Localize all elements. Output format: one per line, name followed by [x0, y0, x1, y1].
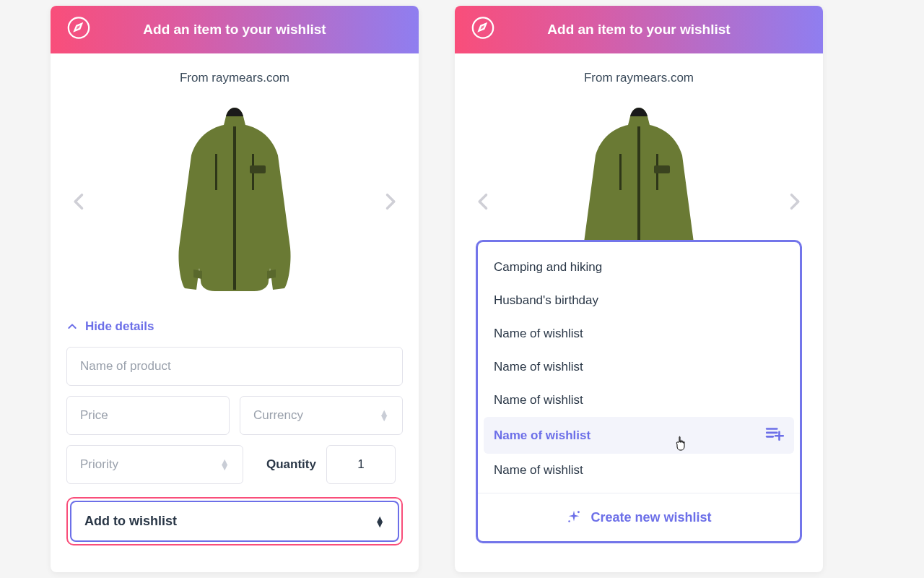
wishlist-option[interactable]: Name of wishlist: [484, 317, 794, 350]
pointer-cursor-icon: [674, 435, 689, 456]
product-image: [95, 97, 374, 306]
svg-rect-2: [233, 126, 236, 290]
source-label: From raymears.com: [51, 53, 419, 90]
wishlist-options-list[interactable]: Camping and hikingHusband's birthdayName…: [478, 242, 800, 493]
hide-details-label: Hide details: [85, 319, 154, 334]
create-new-wishlist-button[interactable]: Create new wishlist: [478, 493, 800, 541]
select-caret-icon: ▲▼: [219, 460, 230, 470]
add-to-wishlist-select[interactable]: Add to wishlist ▲▼: [70, 501, 399, 542]
wishlist-form-card: Add an item to your wishlist From raymea…: [51, 6, 419, 572]
quantity-field: Quantity 1: [253, 445, 403, 484]
card-header: Add an item to your wishlist: [455, 6, 823, 53]
next-image-button[interactable]: [778, 180, 810, 223]
source-label: From raymears.com: [455, 53, 823, 90]
quantity-input[interactable]: 1: [326, 445, 396, 484]
wishlist-option[interactable]: Name of wishlist: [484, 350, 794, 384]
svg-marker-7: [479, 24, 486, 31]
wishlist-option-label: Name of wishlist: [494, 360, 583, 374]
wishlist-option-label: Camping and hiking: [494, 260, 602, 275]
compass-icon: [471, 16, 495, 44]
currency-select[interactable]: Currency ▲▼: [240, 396, 403, 435]
svg-marker-1: [74, 24, 82, 31]
wishlist-option[interactable]: Name of wishlist: [484, 454, 794, 487]
svg-rect-5: [250, 165, 266, 173]
wishlist-option[interactable]: Camping and hiking: [484, 251, 794, 284]
wishlist-option-label: Name of wishlist: [494, 393, 583, 407]
price-input[interactable]: Price: [66, 396, 230, 435]
svg-point-18: [569, 520, 571, 522]
next-image-button[interactable]: [374, 180, 406, 223]
wishlist-option[interactable]: Name of wishlist: [484, 384, 794, 417]
quantity-label: Quantity: [253, 457, 316, 472]
wishlist-option[interactable]: Name of wishlist: [484, 417, 794, 454]
jacket-illustration: [159, 103, 310, 300]
add-to-wishlist-focus-ring: Add to wishlist ▲▼: [66, 497, 403, 545]
prev-image-button[interactable]: [468, 180, 500, 223]
sparkle-icon: [566, 509, 582, 525]
wishlist-option[interactable]: Husband's birthday: [484, 284, 794, 317]
wishlist-dropdown-panel: Camping and hikingHusband's birthdayName…: [476, 240, 802, 543]
priority-select[interactable]: Priority ▲▼: [66, 445, 243, 484]
header-title: Add an item to your wishlist: [143, 22, 326, 37]
prev-image-button[interactable]: [64, 180, 95, 223]
wishlist-option-label: Name of wishlist: [494, 428, 590, 443]
svg-point-17: [578, 511, 580, 513]
card-header: Add an item to your wishlist: [51, 6, 419, 53]
add-to-list-icon: [765, 426, 784, 444]
svg-rect-9: [619, 154, 622, 190]
wishlist-option-label: Name of wishlist: [494, 463, 583, 478]
wishlist-dropdown-card: Add an item to your wishlist From raymea…: [455, 6, 823, 572]
wishlist-option-label: Husband's birthday: [494, 293, 598, 308]
svg-rect-3: [215, 154, 217, 190]
hide-details-toggle[interactable]: Hide details: [66, 314, 403, 347]
compass-icon: [66, 16, 91, 44]
chevron-up-icon: [66, 321, 78, 332]
svg-rect-11: [654, 165, 670, 173]
create-new-wishlist-label: Create new wishlist: [590, 510, 711, 525]
wishlist-option-label: Name of wishlist: [494, 327, 583, 341]
select-caret-icon: ▲▼: [379, 410, 389, 420]
product-carousel: [51, 90, 419, 314]
select-caret-icon: ▲▼: [375, 517, 385, 527]
header-title: Add an item to your wishlist: [547, 22, 730, 37]
product-name-input[interactable]: Name of product: [66, 347, 403, 386]
